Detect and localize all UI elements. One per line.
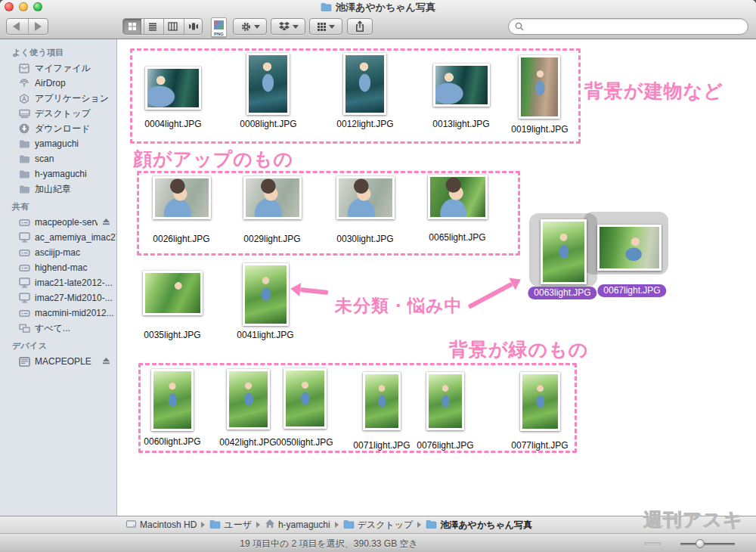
file-thumbnail[interactable] [284,368,327,429]
breadcrumb-item[interactable]: h-yamaguchi [265,519,330,531]
photo-image [286,371,324,426]
file-thumbnail[interactable] [363,372,401,430]
file-thumbnail[interactable] [143,271,203,315]
share-button[interactable] [347,18,373,35]
file-label[interactable]: 0076light.JPG [417,440,473,451]
photo-image [430,177,485,217]
sidebar-item-scan[interactable]: scan [0,151,116,166]
titlebar[interactable]: 池澤あやかちゃん写真 [0,0,756,14]
file-thumbnail[interactable] [151,369,194,431]
sidebar-section-header: デバイス [0,336,116,354]
sidebar-item-h-yamaguchi[interactable]: h-yamaguchi [0,166,116,181]
file-label[interactable]: 0030light.JPG [336,234,393,245]
sidebar-item-加山紀章[interactable]: 加山紀章 [0,181,116,197]
file-label[interactable]: 0019light.JPG [511,124,568,135]
file-thumbnail[interactable] [520,372,560,431]
my-files-icon [18,64,30,73]
file-label[interactable]: 0026light.JPG [153,234,209,245]
file-label[interactable]: 0013light.JPG [432,119,489,130]
dropbox-menu-button[interactable] [271,18,305,35]
png-document-icon[interactable]: PNG [211,17,227,37]
file-label[interactable]: 0050light.JPG [276,437,333,448]
file-label[interactable]: 0042light.JPG [219,437,276,448]
file-thumbnail[interactable] [597,225,662,271]
sidebar-item-デスクトップ[interactable]: デスクトップ [0,106,116,121]
file-label[interactable]: 0060light.JPG [144,436,200,448]
file-label[interactable]: 0041light.JPG [237,330,293,341]
column-view-button[interactable] [163,19,181,34]
photo-image [147,69,199,107]
file-label[interactable]: 0065light.JPG [429,232,485,243]
eject-button[interactable] [102,356,110,367]
png-thumbnail [214,20,224,29]
coverflow-view-button[interactable] [184,19,202,34]
arrow-head [290,282,301,296]
breadcrumb-item[interactable]: ユーザ [209,519,252,532]
annotation-text: 背景が建物など [584,79,723,104]
sidebar-item-macpeople-server[interactable]: macpeople-server [0,215,116,230]
file-label[interactable]: 0008light.JPG [240,119,296,130]
file-label[interactable]: 0029light.JPG [243,234,300,245]
search-input[interactable] [528,20,742,33]
file-thumbnail[interactable] [227,369,270,430]
file-label[interactable]: 0067light.JPG [597,284,666,297]
sidebar-item-label: asciijp-mac [35,247,116,258]
search-field[interactable] [508,18,748,35]
breadcrumb-item[interactable]: デスクトップ [343,519,414,532]
file-thumbnail[interactable] [541,219,587,284]
file-thumbnail[interactable] [433,64,490,107]
file-thumbnail[interactable] [343,53,386,115]
breadcrumb-separator-icon [417,522,421,528]
list-view-button[interactable] [144,19,162,34]
file-label[interactable]: 0071light.JPG [353,440,410,451]
back-button[interactable] [7,19,26,34]
forward-button[interactable] [28,19,48,34]
sidebar-item-ダウンロード[interactable]: ダウンロード [0,121,116,136]
annotation-arrow-icon [293,289,328,293]
window-chrome: 池澤あやかちゃん写真 [0,0,756,39]
sidebar-item-highend-mac[interactable]: highend-mac [0,260,116,275]
file-thumbnail[interactable] [145,67,201,110]
sidebar-item-macmini-mid2012...[interactable]: macmini-mid2012... [0,305,116,321]
sidebar-item-label: yamaguchi [35,138,116,149]
sidebar-item-ac_amemiya_imac27[interactable]: ac_amemiya_imac27 [0,230,116,245]
file-thumbnail[interactable] [246,53,290,115]
file-label[interactable]: 0077light.JPG [511,440,568,451]
airdrop-icon [18,79,30,88]
server-icon [18,249,30,257]
file-label[interactable]: 0012light.JPG [336,119,393,130]
file-label[interactable]: 0063light.JPG [528,287,596,299]
sidebar-section-header: よく使う項目 [0,42,116,60]
dropdown-arrow-icon [329,25,335,29]
sidebar-item-MACPEOPLE[interactable]: MACPEOPLE [0,354,116,369]
file-thumbnail[interactable] [519,55,560,119]
annotation-text: 背景が緑のもの [449,337,588,362]
file-thumbnail[interactable] [153,176,211,219]
sidebar-item-AirDrop[interactable]: AirDrop [0,76,116,91]
breadcrumb-item[interactable]: Macintosh HD [125,519,197,531]
sidebar-item-label: imac27-Mid2010-... [35,293,116,303]
eject-button[interactable] [102,217,110,228]
file-thumbnail[interactable] [243,176,302,219]
sidebar-item-imac27-Mid2010-...[interactable]: imac27-Mid2010-... [0,290,116,305]
file-label[interactable]: 0004light.JPG [144,119,201,130]
file-thumbnail[interactable] [426,372,464,430]
sidebar-item-アプリケーション[interactable]: アプリケーション [0,91,116,106]
file-label[interactable]: 0035light.JPG [144,330,200,341]
arrange-menu-button[interactable] [309,18,342,35]
sidebar-item-すべて...[interactable]: すべて... [0,321,116,336]
file-thumbnail[interactable] [336,176,395,219]
file-thumbnail[interactable] [428,175,488,219]
photo-image [145,273,200,313]
breadcrumb-label: h-yamaguchi [278,519,330,530]
icon-view-button[interactable] [123,19,141,34]
sidebar-item-マイファイル[interactable]: マイファイル [0,60,116,76]
sidebar-item-yamaguchi[interactable]: yamaguchi [0,136,116,151]
breadcrumb-item[interactable]: 池澤あやかちゃん写真 [426,519,532,532]
sidebar-item-imac21-late2012-...[interactable]: imac21-late2012-... [0,275,116,290]
annotation-text: 未分類・悩み中 [335,294,463,318]
file-thumbnail[interactable] [243,263,289,326]
server-icon [18,309,30,318]
sidebar-item-asciijp-mac[interactable]: asciijp-mac [0,245,116,260]
action-menu-button[interactable] [233,18,267,35]
